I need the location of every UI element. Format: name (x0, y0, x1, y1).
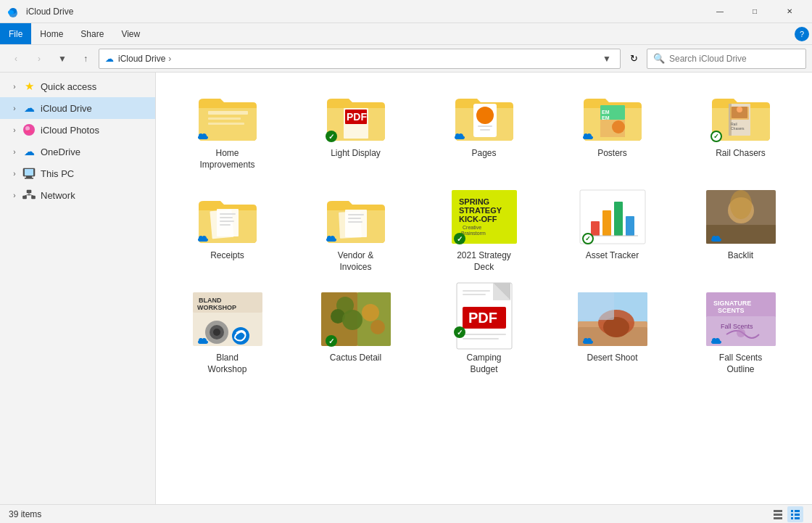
file-item-desert-shoot[interactable]: Desert Shoot (550, 284, 675, 381)
path-dropdown-button[interactable]: ▼ (600, 54, 614, 64)
file-thumb: EM EM (576, 86, 649, 144)
svg-rect-109 (795, 514, 800, 516)
file-thumb: ✓ (576, 188, 649, 246)
expand-icon: › (9, 192, 20, 199)
search-input[interactable] (669, 54, 800, 64)
sidebar-item-quick-access[interactable]: › ★ Quick access (0, 75, 155, 97)
cloud-status-icon (197, 335, 209, 347)
menu-file[interactable]: File (0, 23, 31, 44)
file-item-light-display[interactable]: PDF ✓ Light Display (293, 80, 418, 176)
refresh-button[interactable]: ↻ (624, 49, 644, 69)
search-icon: 🔍 (653, 53, 665, 64)
svg-rect-7 (26, 176, 32, 178)
svg-text:PDF: PDF (347, 111, 367, 123)
recent-locations-button[interactable]: ▼ (52, 49, 72, 69)
cloud-status-icon (197, 131, 209, 142)
svg-rect-82 (463, 290, 490, 292)
menu-home[interactable]: Home (31, 23, 72, 44)
file-item-backlit[interactable]: Backlit (678, 182, 803, 279)
svg-rect-102 (774, 510, 782, 512)
details-view-button[interactable] (787, 506, 803, 522)
file-name: BlandWorkshop (208, 353, 247, 375)
app-icon (6, 4, 20, 19)
sidebar-item-icloud-drive[interactable]: › ☁ iCloud Drive (0, 97, 155, 119)
svg-rect-42 (220, 221, 234, 222)
svg-point-30 (612, 120, 625, 133)
svg-rect-104 (774, 517, 782, 519)
file-item-cactus-detail[interactable]: ✓ Cactus Detail (293, 284, 418, 381)
file-name: Asset Tracker (586, 250, 639, 262)
file-name: Rail Chasers (716, 148, 766, 160)
svg-text:SIGNATURE: SIGNATURE (713, 300, 751, 307)
file-item-strategy-deck[interactable]: SPRING STRATEGY KICK-OFF Creative Brains… (421, 182, 547, 279)
svg-point-35 (737, 107, 742, 112)
maximize-button[interactable]: □ (738, 0, 771, 23)
file-item-rail-chasers[interactable]: Rail Chasers ✓ Rail Chasers (678, 80, 803, 176)
path-segment: iCloud Drive (118, 54, 165, 64)
file-name: Fall ScentsOutline (719, 353, 762, 375)
svg-text:Chasers: Chasers (731, 126, 745, 131)
window-title: iCloud Drive (26, 7, 703, 17)
sidebar-item-onedrive[interactable]: › ☁ OneDrive (0, 141, 155, 162)
list-view-button[interactable] (770, 506, 786, 522)
sidebar-item-icloud-photos[interactable]: › iCloud Photos (0, 119, 155, 141)
svg-rect-24 (480, 129, 490, 131)
file-thumb: BLAND WORKSHOP (191, 290, 264, 348)
file-name: Vendor &Invoices (338, 250, 373, 273)
file-name: CampingBudget (466, 353, 501, 375)
search-box: 🔍 (647, 49, 806, 69)
svg-text:KICK-OFF: KICK-OFF (459, 215, 497, 223)
svg-rect-43 (220, 224, 231, 226)
sidebar-item-network[interactable]: › Network (0, 184, 155, 206)
address-path[interactable]: ☁ iCloud Drive › ▼ (99, 49, 621, 69)
svg-rect-46 (348, 214, 364, 215)
forward-button[interactable]: › (29, 49, 49, 69)
view-controls (770, 506, 803, 522)
file-item-home-improvements[interactable]: HomeImprovements (165, 80, 290, 176)
close-button[interactable]: ✕ (773, 0, 806, 23)
svg-rect-57 (602, 210, 611, 236)
svg-point-79 (362, 304, 379, 321)
icloud-drive-icon: ☁ (22, 101, 36, 115)
file-thumb: SIGNATURE SCENTS Fall Scents (705, 290, 777, 348)
menu-share[interactable]: Share (72, 23, 112, 44)
minimize-button[interactable]: — (703, 0, 737, 23)
svg-rect-83 (463, 294, 486, 295)
expand-icon: › (9, 148, 20, 156)
file-name: 2021 StrategyDeck (457, 250, 511, 273)
svg-text:SCENTS: SCENTS (718, 307, 745, 314)
check-status-icon: ✓ (454, 326, 465, 338)
svg-point-93 (603, 317, 629, 337)
svg-line-14 (29, 194, 33, 196)
file-item-fall-scents[interactable]: SIGNATURE SCENTS Fall Scents Fall Scents… (678, 284, 803, 381)
up-button[interactable]: ↑ (75, 49, 96, 69)
help-button[interactable]: ? (795, 27, 809, 41)
back-button[interactable]: ‹ (6, 49, 26, 69)
file-item-camping-budget[interactable]: PDF ✓ CampingBudget (421, 284, 547, 381)
network-icon (22, 188, 36, 202)
svg-rect-39 (217, 209, 239, 236)
check-status-icon: ✓ (454, 233, 465, 244)
sidebar-item-this-pc[interactable]: › This PC (0, 162, 155, 184)
svg-rect-10 (23, 196, 27, 199)
svg-line-13 (25, 194, 29, 196)
svg-point-101 (737, 329, 745, 337)
svg-text:STRATEGY: STRATEGY (459, 206, 502, 215)
check-status-icon: ✓ (326, 335, 337, 347)
cloud-status-icon (326, 233, 337, 244)
svg-point-78 (342, 310, 362, 330)
menu-view[interactable]: View (112, 23, 149, 44)
file-name: Light Display (331, 148, 381, 160)
file-item-pages[interactable]: Pages (421, 80, 547, 176)
content-area: HomeImprovements PDF ✓ Light Display (156, 73, 812, 504)
file-item-bland-workshop[interactable]: BLAND WORKSHOP BlandWorkshop (165, 284, 290, 381)
svg-rect-48 (348, 221, 362, 223)
file-item-vendor-invoices[interactable]: Vendor &Invoices (293, 182, 418, 279)
sidebar-label-network: Network (41, 190, 75, 201)
svg-rect-16 (208, 118, 241, 120)
file-item-posters[interactable]: EM EM Posters (550, 80, 675, 176)
file-name: Receipts (210, 250, 244, 262)
svg-text:EM: EM (602, 110, 610, 115)
file-item-asset-tracker[interactable]: ✓ Asset Tracker (550, 182, 675, 279)
file-item-receipts[interactable]: Receipts (165, 182, 290, 279)
